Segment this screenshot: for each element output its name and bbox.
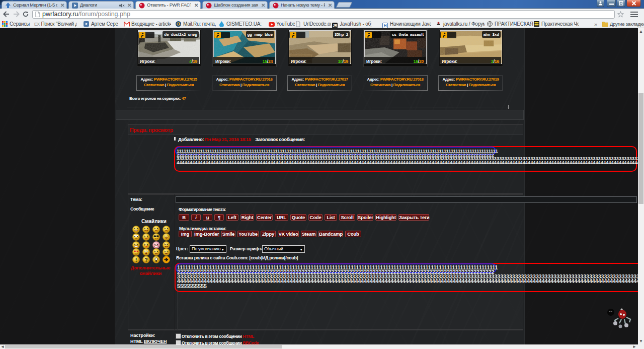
svg-text:?: ?: [144, 257, 147, 262]
svg-text:!: !: [135, 256, 137, 262]
